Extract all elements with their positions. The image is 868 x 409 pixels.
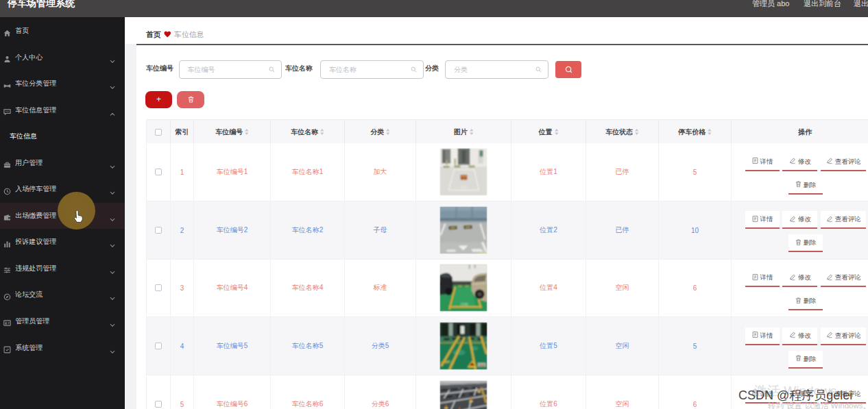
svg-text:120: 120 [460,184,468,188]
svg-text:中国: 中国 [479,364,485,367]
svg-text:C096: C096 [461,303,468,306]
